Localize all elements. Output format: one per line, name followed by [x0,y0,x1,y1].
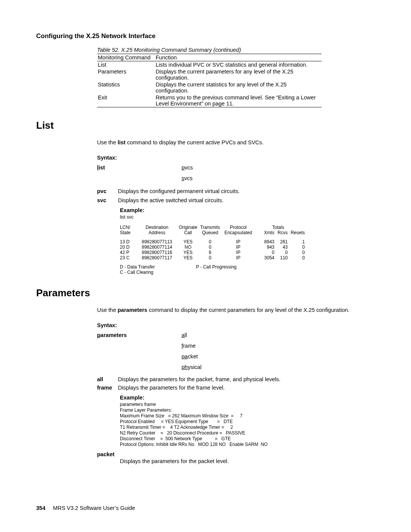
list-intro: Use the list command to display the curr… [97,139,394,146]
parameters-option: pa [182,353,188,359]
state-cell: 0 [199,255,221,260]
col-header: Rcvs [274,230,288,235]
state-cell: 20 D [120,244,137,250]
state-cell: YES [177,250,199,255]
state-row: 42 P898280077116YES6IP000 [120,250,394,255]
state-cell: 23 C [120,255,137,260]
table-row: Exit Returns you to the previous command… [97,94,322,107]
state-cell: 898280077113 [137,239,177,244]
parameters-heading: Parameters [36,287,394,299]
state-cell: 8943 [255,239,274,244]
table-cell: Displays the current statistics for any … [156,81,319,94]
state-cell: IP [221,239,255,244]
state-cell: 898280077114 [137,244,177,250]
table-caption: Table 52. X.25 Monitoring Command Summar… [97,47,394,53]
state-cell: IP [221,244,255,250]
state-cell: 110 [274,255,288,260]
frame-example-output: parameters frame Frame Layer Parameters:… [120,402,394,447]
definition-row: all Displays the parameters for the pack… [97,376,394,382]
state-legend: D - Data Transfer C - Call Clearing P - … [120,264,394,275]
table-row: List Lists individual PVC or SVC statist… [97,61,322,68]
list-option: svcs [182,175,193,181]
col-header: Transmits [199,225,221,230]
definition-row: pvc Displays the configured permanent vi… [97,188,394,194]
state-cell: 898280077117 [137,255,177,260]
parameters-option: all [182,332,187,338]
parameters-option: ph [182,364,188,370]
state-cell: NO [177,244,199,250]
col-header: Address [137,230,177,235]
parameters-option-tail: cket [188,353,198,359]
command-summary-table: Table 52. X.25 Monitoring Command Summar… [97,47,394,107]
definition-text: Displays the active switched virtual cir… [118,197,394,203]
list-command-line: list pvcs [97,165,394,171]
parameters-option-tail: ysical [188,364,201,370]
state-cell: 943 [255,244,274,250]
state-cell: 261 [274,239,288,244]
state-cell: 13 D [120,239,137,244]
table-cell: Returns you to the previous command leve… [156,94,319,107]
state-cell: IP [221,255,255,260]
example-label: Example: [120,207,394,213]
list-option: pvcs [182,165,193,171]
col-header: Xmts [255,230,274,235]
table-col1-header: Monitoring Command [97,54,156,61]
table-row: Parameters Displays the current paramete… [97,68,322,81]
parameters-command: parameters [97,332,127,338]
state-cell: 43 [274,244,288,250]
text: Use the [97,139,118,145]
legend-line: P - Call Progressing [196,264,272,270]
definition-term: all [97,376,118,382]
state-cell: 0 [255,250,274,255]
definition-term: svc [97,197,118,203]
table-cell: Statistics [97,81,156,94]
state-row: 20 D898280077114NO0IP943430 [120,244,394,250]
list-heading: List [36,120,394,131]
command-name: list [118,139,126,145]
state-cell: 0 [199,244,221,250]
state-row: 13 D898280077113YES0IP89432611 [120,239,394,244]
state-table: LCN/ Destination Originate Transmits Pro… [120,225,394,260]
table-cell: Displays the current parameters for any … [156,69,319,81]
state-cell: 0 [288,250,305,255]
col-header: Queued [199,230,221,235]
table-col2-header: Function [156,54,319,61]
state-cell: 6 [199,250,221,255]
state-cell: 0 [288,255,305,260]
col-header: Destination [137,225,177,230]
table-cell: Lists individual PVC or SVC statistics a… [156,62,319,68]
col-header: Originate [177,225,199,230]
state-cell: 1 [288,239,305,244]
state-cell: 42 P [120,250,137,255]
table-cell: Exit [97,94,156,107]
table-cell: List [97,62,156,68]
col-header: LCN/ [120,225,137,230]
definition-text: Displays the configured permanent virtua… [118,188,394,194]
col-header: Call [177,230,199,235]
footer-text: MRS V3.2 Software User’s Guide [53,505,135,511]
command-name: parameters [118,307,147,313]
table-cell: Parameters [97,69,156,81]
parameters-intro: Use the parameters command to display th… [97,307,394,314]
example-command: list svc [120,214,394,220]
page-number: 354 [36,505,45,511]
syntax-label: Syntax: [97,155,394,161]
col-header: Totals [255,225,301,230]
col-header: Resets [288,230,305,235]
definition-text: Displays the parameters for the frame le… [118,385,394,391]
col-header: Protocol [221,225,255,230]
state-cell: IP [221,250,255,255]
page-footer: 354 MRS V3.2 Software User’s Guide [36,505,135,511]
state-cell: YES [177,255,199,260]
state-row: 23 C898280077117YES0IP30541100 [120,255,394,260]
col-header: State [120,230,137,235]
syntax-label: Syntax: [97,322,394,328]
packet-definition: Displays the parameters for the packet l… [120,458,394,464]
text: command to display the current active PV… [126,139,264,145]
col-header: Encapsulated [221,230,255,235]
text: Use the [97,307,118,313]
list-command: list [97,165,105,171]
state-cell: 0 [199,239,221,244]
example-label: Example: [120,395,394,401]
definition-term: frame [97,385,118,391]
